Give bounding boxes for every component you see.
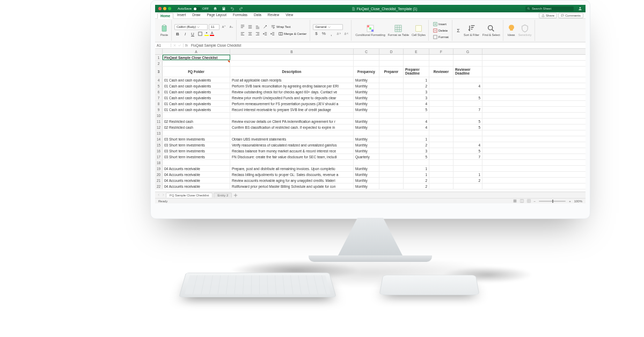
ideas-button[interactable]: Ideas (506, 24, 517, 37)
close-icon[interactable] (158, 7, 162, 10)
cell[interactable]: 03 Short term investments (163, 142, 230, 148)
tab-insert[interactable]: Insert (174, 12, 188, 18)
cell[interactable]: Record interest receivable to prepare SV… (230, 107, 354, 112)
border-icon[interactable] (197, 31, 203, 37)
increase-decimal-icon[interactable]: .0 (335, 31, 342, 37)
cell[interactable]: Reclass billing adjustments to proper GL… (230, 172, 354, 177)
cell[interactable]: 01 Cash and cash equivalents (163, 83, 230, 89)
window-controls[interactable] (158, 7, 171, 10)
cell[interactable]: 1 (404, 77, 429, 83)
cell[interactable]: 04 Accounts receivable (163, 184, 230, 189)
cell[interactable] (379, 148, 404, 153)
cell[interactable] (379, 89, 404, 94)
cell[interactable] (429, 130, 453, 136)
cell[interactable]: 04 Accounts receivable (163, 178, 230, 183)
grid-row[interactable]: 401 Cash and cash equivalentsPost all ap… (155, 77, 586, 83)
select-all-corner[interactable] (155, 49, 163, 54)
cell[interactable]: Verify reasonableness of calculated real… (230, 142, 354, 148)
cell[interactable] (429, 136, 453, 142)
zoom-slider[interactable] (539, 201, 566, 202)
grid-row[interactable]: 1904 Accounts receivablePrepare, post an… (155, 166, 586, 172)
cell[interactable]: Rollforward prior period Master Billing … (230, 184, 354, 189)
cell[interactable] (429, 178, 453, 183)
share-button[interactable]: Share (539, 13, 557, 18)
wrap-text-button[interactable]: Wrap Text (269, 24, 292, 30)
cell[interactable] (379, 178, 404, 183)
cell[interactable] (354, 160, 379, 165)
cell[interactable]: Obtain UBS investment statements (230, 136, 354, 142)
row-header[interactable]: 5 (155, 83, 163, 89)
cell[interactable]: Monthly (354, 184, 379, 189)
row-header[interactable]: 4 (155, 77, 163, 83)
view-layout-icon[interactable] (520, 199, 524, 203)
row-header[interactable]: 13 (155, 130, 163, 136)
column-headers[interactable]: ABCDEFG (155, 49, 586, 55)
cell[interactable]: 2 (453, 178, 482, 183)
cell[interactable]: 1 (404, 136, 429, 142)
search-input[interactable]: Search Sheet (525, 6, 574, 11)
spreadsheet-grid[interactable]: 1 FloQast Sample Close Checklist 2 (155, 55, 586, 192)
view-normal-icon[interactable] (513, 199, 517, 203)
cell[interactable]: Perform remeasurement for FS presentatio… (230, 101, 354, 106)
cell[interactable] (404, 55, 429, 60)
cell[interactable]: 01 Cash and cash equivalents (163, 89, 230, 94)
tab-page-layout[interactable]: Page Layout (204, 12, 230, 18)
maximize-icon[interactable] (168, 7, 171, 10)
decrease-decimal-icon[interactable]: .0 (343, 31, 349, 37)
cell[interactable] (163, 160, 230, 165)
cell[interactable]: 03 Short term investments (163, 154, 230, 159)
sheet-tab-active[interactable]: FQ Sample Close Checklist (166, 193, 213, 197)
align-bottom-icon[interactable] (254, 24, 261, 30)
fx-icon[interactable]: fx (184, 43, 189, 47)
cell[interactable]: 1 (453, 172, 482, 177)
toggle-icon[interactable] (193, 7, 201, 11)
cell[interactable]: 4 (453, 83, 482, 89)
grid-row[interactable]: 2004 Accounts receivableReclass billing … (155, 172, 586, 178)
header-cell[interactable]: Description (230, 67, 354, 77)
number-format-select[interactable]: General (313, 24, 343, 30)
row-header[interactable]: 18 (155, 160, 163, 165)
cell[interactable]: 03 Short term investments (163, 148, 230, 153)
cell[interactable]: 4 (453, 142, 482, 148)
cell[interactable]: Post all applicable cash receipts (230, 77, 354, 83)
cell[interactable] (379, 136, 404, 142)
cell[interactable] (453, 184, 482, 189)
font-name-select[interactable]: Calibri (Body) (174, 24, 208, 30)
grid-row[interactable]: 2204 Accounts receivableRollforward prio… (155, 184, 586, 189)
cell[interactable] (453, 160, 482, 165)
grid-row[interactable]: 601 Cash and cash equivalentsReview outs… (155, 89, 586, 95)
cell[interactable] (429, 83, 453, 89)
cell[interactable] (429, 172, 453, 177)
cell[interactable] (429, 107, 453, 112)
underline-icon[interactable]: U (189, 31, 196, 37)
cell[interactable]: 5 (453, 95, 482, 100)
format-as-table-button[interactable]: Format as Table (387, 24, 410, 37)
cell[interactable]: Quarterly (354, 154, 379, 159)
cell[interactable] (404, 130, 429, 136)
cell[interactable]: Monthly (354, 107, 379, 112)
cell[interactable]: Monthly (354, 172, 379, 177)
cell[interactable] (379, 130, 404, 136)
cell[interactable]: 1 (404, 166, 429, 171)
cell[interactable] (230, 130, 354, 136)
cell[interactable]: 02 Restricted cash (163, 124, 230, 130)
zoom-in-icon[interactable]: + (569, 200, 571, 203)
cell[interactable] (429, 119, 453, 124)
cell[interactable] (429, 77, 453, 83)
cell[interactable]: Monthly (354, 178, 379, 183)
cell[interactable]: Monthly (354, 148, 379, 153)
cell[interactable]: Review accounts receivable aging for any… (230, 178, 354, 183)
align-top-icon[interactable] (239, 24, 246, 30)
cell[interactable]: 5 (453, 148, 482, 153)
cell[interactable]: 02 Restricted cash (163, 119, 230, 124)
autosum-icon[interactable]: Σ (455, 27, 462, 34)
italic-icon[interactable]: I (182, 31, 188, 37)
grid-row[interactable]: 2104 Accounts receivableReview accounts … (155, 178, 586, 184)
grid-row[interactable]: 2 (155, 61, 586, 67)
cell[interactable]: 1 (404, 172, 429, 177)
name-box[interactable]: A1 (155, 43, 171, 47)
row-header[interactable]: 3 (155, 67, 163, 77)
row-header[interactable]: 1 (155, 55, 163, 60)
insert-cells-button[interactable]: Insert (431, 21, 448, 27)
decrease-font-icon[interactable]: A▼ (228, 24, 235, 30)
